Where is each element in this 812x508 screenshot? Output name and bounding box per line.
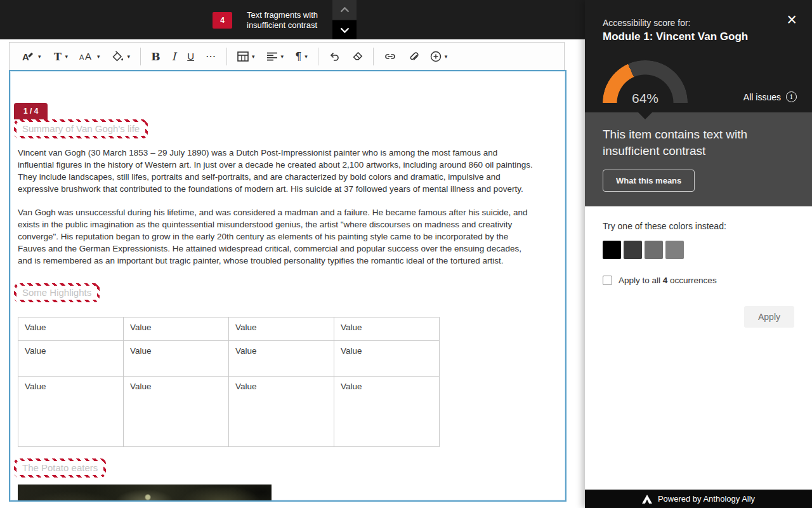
apply-all-checkbox[interactable]: [603, 276, 612, 285]
editor-page: 4 Text fragments with insufficient contr…: [0, 0, 585, 508]
anthology-logo-icon: [642, 495, 652, 504]
color-suggestion-section: Try one of these colors instead: Apply t…: [585, 206, 812, 490]
ally-accessibility-panel: Accessibility score for: Module 1: Vince…: [585, 0, 812, 508]
table-cell: Value: [124, 318, 229, 341]
link-icon: [384, 51, 396, 62]
table-cell: Value: [18, 318, 124, 341]
table-icon: [237, 51, 249, 62]
text-style-icon: T: [53, 51, 62, 62]
table-cell: Value: [334, 377, 440, 447]
color-swatch-4[interactable]: [665, 241, 684, 259]
chevron-down-icon: [340, 27, 350, 33]
table-cell: Value: [124, 377, 229, 447]
color-swatches: [603, 241, 794, 259]
heading-2: Some Highlights: [16, 286, 97, 300]
contrast-issue-navigator-bar: 4 Text fragments with insufficient contr…: [0, 0, 585, 39]
insert-content-button[interactable]: [424, 46, 454, 67]
info-icon[interactable]: i: [786, 91, 797, 102]
apply-button[interactable]: Apply: [744, 306, 794, 328]
font-color-button[interactable]: A: [16, 46, 47, 67]
table-cell: Value: [229, 318, 334, 341]
attach-file-button[interactable]: [402, 46, 424, 67]
flagged-text-heading-1[interactable]: Summary of Van Gogh's life: [14, 119, 148, 138]
svg-text:T: T: [54, 51, 62, 62]
font-size-icon: A A: [79, 51, 94, 62]
ellipsis-icon: ⋯: [206, 50, 216, 62]
plus-circle-icon: [430, 51, 442, 62]
insert-link-button[interactable]: [378, 46, 402, 67]
svg-text:A: A: [85, 51, 91, 62]
what-this-means-button[interactable]: What this means: [603, 170, 695, 192]
issue-description-section: This item contains text with insufficien…: [585, 112, 812, 206]
paragraph-2: Van Gogh was unsuccessful during his lif…: [18, 206, 533, 267]
color-swatch-2[interactable]: [624, 241, 642, 259]
table-cell: Value: [334, 341, 440, 377]
color-swatch-3[interactable]: [645, 241, 663, 259]
apply-all-suffix: occurrences: [670, 276, 717, 285]
editor-content-area[interactable]: 1 / 4 Summary of Van Gogh's life Vincent…: [9, 70, 566, 502]
gauge-pointer-notch: [638, 112, 652, 119]
bold-icon: B: [151, 50, 160, 63]
table-cell: Value: [229, 377, 334, 447]
more-formatting-button[interactable]: ⋯: [200, 46, 222, 67]
table-button[interactable]: [232, 46, 261, 67]
flag-position-badge: 1 / 4: [14, 103, 48, 119]
potato-eaters-image: [18, 485, 272, 502]
toolbar-separator: [226, 48, 227, 65]
eraser-icon: [351, 51, 363, 62]
paint-bucket-icon: [112, 51, 124, 62]
all-issues-label: All issues: [743, 92, 781, 102]
panel-header: Accessibility score for: Module 1: Vince…: [585, 0, 812, 112]
accessibility-score-gauge: 64%: [603, 60, 688, 112]
highlight-color-button[interactable]: [106, 46, 136, 67]
align-button[interactable]: [261, 46, 290, 67]
paperclip-icon: [408, 51, 419, 62]
table-cell: Value: [334, 318, 440, 341]
svg-text:A: A: [22, 51, 29, 62]
bold-button[interactable]: B: [145, 46, 166, 67]
previous-issue-button[interactable]: [332, 0, 357, 20]
module-title: Module 1: Vincent Van Gogh: [603, 30, 748, 43]
issue-label-line1: Text fragments with: [247, 10, 318, 20]
apply-all-label: Apply to all 4 occurrences: [619, 276, 717, 285]
score-eyebrow-label: Accessibility score for:: [603, 18, 690, 28]
heading-1: Summary of Van Gogh's life: [16, 122, 145, 136]
ally-footer: Powered by Anthology Ally: [585, 490, 812, 508]
try-colors-label: Try one of these colors instead:: [603, 221, 794, 231]
text-style-button[interactable]: T: [47, 46, 74, 67]
table-row: Value Value Value Value: [18, 377, 440, 447]
all-issues-link[interactable]: All issues i: [743, 91, 797, 102]
font-color-icon: A: [22, 51, 35, 62]
undo-button[interactable]: [323, 46, 346, 67]
score-percent: 64%: [603, 91, 688, 106]
editor-toolbar: A T A A B I U ⋯: [9, 42, 565, 70]
toolbar-separator: [318, 48, 318, 65]
align-left-icon: [266, 52, 278, 61]
italic-icon: I: [172, 50, 176, 63]
issue-navigator-label: Text fragments with insufficient contras…: [247, 10, 318, 30]
paragraph-format-button[interactable]: ¶: [289, 46, 313, 67]
apply-all-prefix: Apply to all: [619, 276, 660, 285]
underline-icon: U: [187, 51, 194, 62]
color-swatch-1[interactable]: [603, 241, 621, 259]
toolbar-separator: [140, 48, 141, 65]
close-icon[interactable]: ×: [787, 11, 797, 29]
pilcrow-icon: ¶: [295, 50, 301, 62]
clear-formatting-button[interactable]: [346, 46, 369, 67]
flagged-text-heading-3[interactable]: The Potato eaters: [14, 458, 106, 478]
issue-message: This item contains text with insufficien…: [603, 126, 793, 159]
underline-button[interactable]: U: [181, 46, 200, 67]
table-cell: Value: [18, 341, 124, 377]
svg-text:A: A: [79, 53, 84, 61]
issue-label-line2: insufficient contrast: [247, 20, 318, 30]
apply-all-row: Apply to all 4 occurrences: [603, 276, 794, 285]
undo-icon: [329, 51, 340, 62]
next-issue-button[interactable]: [332, 20, 357, 39]
flagged-text-heading-2[interactable]: Some Highlights: [14, 283, 100, 302]
table-cell: Value: [18, 377, 124, 447]
paragraph-1: Vincent van Gogh (30 March 1853 – 29 Jul…: [18, 147, 533, 195]
chevron-up-icon: [340, 7, 350, 13]
font-size-button[interactable]: A A: [74, 46, 106, 67]
italic-button[interactable]: I: [166, 46, 182, 67]
table-row: Value Value Value Value: [18, 318, 440, 341]
